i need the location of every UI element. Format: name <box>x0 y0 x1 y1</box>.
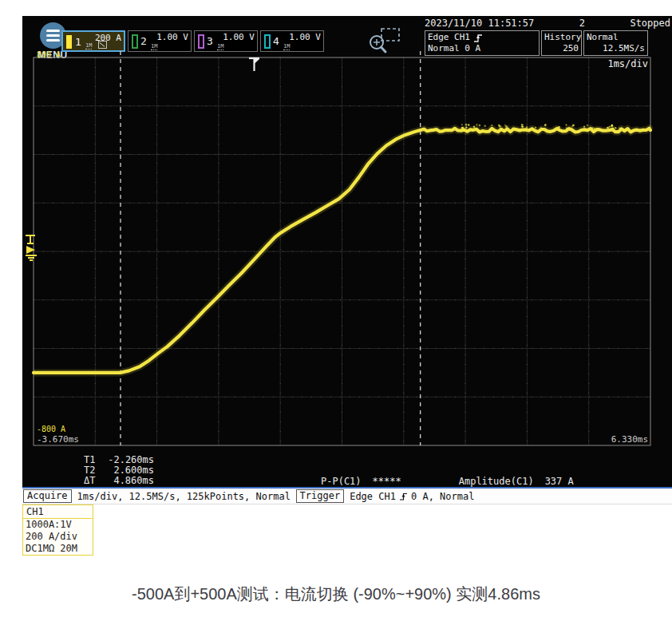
pp-value: ***** <box>373 476 401 487</box>
trigger-cell[interactable]: Trigger <box>296 489 345 503</box>
acq-mode-label: Normal <box>587 32 645 43</box>
amplitude-value: 337 A <box>545 476 574 487</box>
channel-1-color-bar <box>66 35 72 49</box>
impedance-icon: 1M <box>85 42 92 49</box>
channel1-info-panel[interactable]: CH1 1000A:1V 200 A/div DC1MΩ 20M <box>22 504 93 556</box>
channel1-coupling: DC1MΩ 20M <box>23 543 93 555</box>
trigger-type: Edge CH1 <box>428 32 470 43</box>
channel1-level-marker[interactable] <box>23 233 39 265</box>
channel-4-color-bar <box>264 34 271 49</box>
probe-icon <box>98 41 107 49</box>
channel1-probe-ratio: 1000A:1V <box>23 519 93 531</box>
channel-box-1[interactable]: 1200 A1M <box>61 30 125 52</box>
history-label: History <box>544 32 579 43</box>
sample-rate: 12.5MS/s <box>587 43 645 54</box>
pp-label: P-P(C1) <box>321 476 362 487</box>
acquire-cell[interactable]: Acquire <box>23 489 72 503</box>
channel1-scale: 200 A/div <box>23 531 93 543</box>
cursor-dt-row: ΔT4.860ms <box>84 476 154 486</box>
channel-box-4[interactable]: 41.00 V1M <box>260 30 324 52</box>
history-value: 250 <box>544 43 579 54</box>
top-scale-label: 800 A <box>37 50 61 59</box>
trigger-position-marker[interactable] <box>247 57 262 76</box>
channel-3-color-bar <box>198 34 204 49</box>
cursor-measurements: T1-2.260ms T22.600ms ΔT4.860ms <box>84 455 154 486</box>
acquire-settings: 1ms/div, 12.5MS/s, 125kPoints, Normal <box>72 491 295 502</box>
acquire-trigger-bar: Acquire 1ms/div, 12.5MS/s, 125kPoints, N… <box>22 489 672 504</box>
trigger-settings: Edge CH1 0 A, Normal <box>344 491 480 502</box>
channel-number: 1 <box>75 36 81 48</box>
history-box[interactable]: History 250 <box>541 30 582 56</box>
oscilloscope-screen: MENU 1200 A1M21.00 V1M31.00 V1M41.00 V1M… <box>22 16 672 489</box>
channel-scale-value: 1.00 V <box>289 32 321 42</box>
channel-scale-value: 1.00 V <box>223 32 255 42</box>
waveform-display <box>34 57 650 445</box>
trigger-settings-level: 0 A, Normal <box>411 491 474 502</box>
channel-number: 2 <box>140 35 147 47</box>
trigger-info-box[interactable]: Edge CH1 Normal 0 A <box>425 30 540 56</box>
channel-box-2[interactable]: 21.00 V1M <box>128 30 192 52</box>
channel-2-color-bar <box>132 34 138 49</box>
impedance-icon: 1M <box>283 43 290 50</box>
channel-number: 4 <box>273 35 279 47</box>
caption-text: -500A到+500A测试：电流切换 (-90%~+90%) 实测4.86ms <box>0 584 672 605</box>
datetime: 2023/11/10 11:51:57 <box>425 18 534 29</box>
run-state: Stopped <box>630 18 670 29</box>
status-row: 2023/11/10 11:51:57 2 Stopped <box>425 18 670 29</box>
screenshot-root: MENU 1200 A1M21.00 V1M31.00 V1M41.00 V1M… <box>0 0 672 629</box>
amplitude-label: Amplitude(C1) <box>459 476 534 487</box>
trigger-mode: Normal 0 A <box>428 43 536 54</box>
channel-number: 3 <box>207 35 213 47</box>
impedance-icon: 1M <box>151 43 157 50</box>
channel-box-3[interactable]: 31.00 V1M <box>194 30 258 52</box>
time-left-label: -3.670ms <box>37 434 79 445</box>
trigger-settings-edge: Edge CH1 <box>350 491 396 502</box>
acquisition-mode-box[interactable]: Normal 12.5MS/s <box>583 30 648 56</box>
bottom-scale-label: -800 A <box>37 425 65 433</box>
channel-scale-value: 1.00 V <box>156 32 188 42</box>
time-right-label: 6.330ms <box>611 434 648 445</box>
rising-edge-icon <box>399 492 408 501</box>
zoom-search-icon[interactable] <box>367 27 402 56</box>
rising-edge-icon <box>473 33 483 43</box>
auto-measurements: P-P(C1)*****Amplitude(C1)337 A <box>321 476 574 487</box>
channel-settings-row: 1200 A1M21.00 V1M31.00 V1M41.00 V1M <box>61 30 324 52</box>
channel1-title: CH1 <box>23 505 93 519</box>
acquisition-count: 2 <box>579 18 585 29</box>
impedance-icon: 1M <box>217 43 223 50</box>
